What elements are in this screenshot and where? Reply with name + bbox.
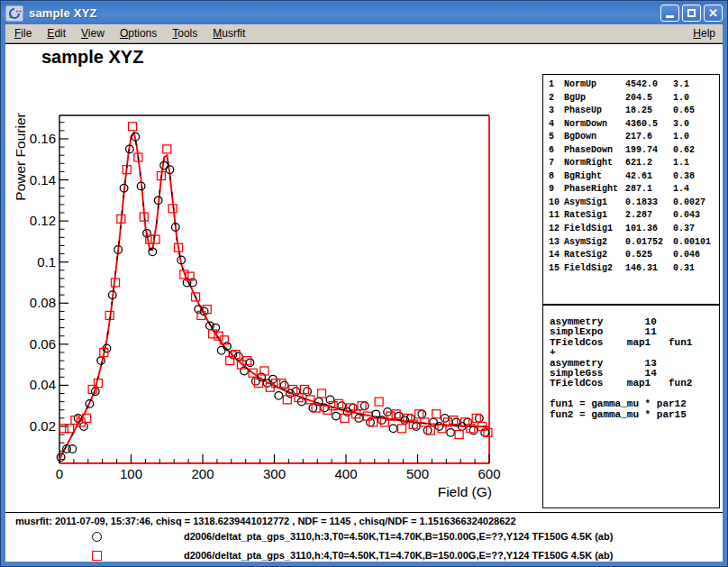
param-row: 14RateSig20.5250.046: [543, 249, 719, 262]
data-point-square: [129, 123, 137, 131]
svg-text:++: ++: [15, 8, 22, 14]
theory-line: fun1 = gamma_mu * par12: [550, 399, 719, 409]
data-point-circle: [280, 381, 288, 389]
data-point-square: [66, 425, 74, 433]
window-title: sample XYZ: [29, 6, 655, 20]
close-button[interactable]: ✕: [704, 5, 723, 22]
param-row: 6PhaseDown199.740.62: [543, 144, 719, 158]
data-point-circle: [338, 402, 346, 410]
window-controls: ✕: [660, 5, 723, 22]
menu-item-musrfit[interactable]: Musrfit: [207, 25, 250, 41]
app-icon[interactable]: ++: [5, 5, 23, 22]
data-point-square: [163, 145, 171, 153]
data-point-circle: [389, 425, 397, 433]
data-point-square: [375, 398, 383, 406]
x-tick-label: 0: [56, 466, 63, 481]
legend-marker-square: [92, 551, 102, 561]
data-point-square: [59, 425, 68, 433]
param-row: 7NormRight621.21.1: [543, 157, 719, 170]
data-point-circle: [275, 392, 283, 400]
data-point-circle: [326, 396, 334, 404]
data-point-circle: [423, 426, 432, 434]
param-row: 2BgUp204.51.0: [543, 92, 719, 105]
plot-area[interactable]: 01002003004005006000.020.040.060.080.10.…: [5, 44, 510, 512]
menu-item-options[interactable]: Options: [114, 25, 162, 41]
param-row: 5BgDown217.61.0: [543, 131, 719, 144]
y-tick-label: 0.08: [30, 295, 56, 310]
data-point-square: [455, 431, 463, 439]
data-point-circle: [413, 423, 421, 431]
param-row: 1NormUp4542.03.1: [543, 78, 719, 92]
param-row: 11RateSig12.2870.043: [543, 209, 719, 223]
close-icon: ✕: [708, 7, 718, 19]
y-tick-label: 0.12: [30, 213, 56, 228]
y-tick-label: 0.1: [37, 254, 56, 270]
menu-item-file[interactable]: File: [9, 25, 37, 41]
param-row: 10AsymSig10.18330.0027: [543, 197, 719, 210]
y-axis-title: Power Fourier: [13, 113, 28, 200]
data-point-circle: [481, 429, 489, 437]
maximize-icon: [687, 9, 696, 17]
y-tick-label: 0.16: [30, 131, 56, 146]
x-tick-label: 500: [406, 466, 429, 481]
minimize-icon: [666, 15, 674, 18]
root-canvas[interactable]: sample XYZ 01002003004005006000.020.040.…: [5, 43, 723, 512]
theory-line: TFieldCos map1 fun1: [550, 338, 719, 348]
param-row: 4NormDown4360.53.0: [543, 118, 719, 132]
titlebar[interactable]: ++ sample XYZ ✕: [2, 2, 726, 24]
data-point-circle: [246, 359, 254, 367]
series-squares: [59, 123, 492, 439]
data-point-circle: [447, 429, 455, 437]
theory-line: TFieldCos map1 fun2: [550, 379, 719, 389]
legend-label: d2006/deltat_pta_gps_3110,h:4,T0=4.50K,T…: [184, 546, 613, 564]
fit-status-text: musrfit: 2011-07-09, 15:37:46, chisq = 1…: [15, 516, 516, 526]
legend-label: d2006/deltat_pta_gps_3110,h:3,T0=4.50K,T…: [184, 527, 613, 545]
maximize-button[interactable]: [682, 5, 701, 22]
x-tick-label: 100: [120, 466, 142, 481]
y-tick-label: 0.14: [30, 172, 56, 187]
x-tick-label: 400: [334, 466, 357, 481]
x-tick-label: 600: [478, 466, 500, 481]
menu-item-tools[interactable]: Tools: [167, 25, 203, 41]
theory-line: fun2 = gamma_mu * par15: [550, 410, 719, 420]
legend-row: d2006/deltat_pta_gps_3110,h:4,T0=4.50K,T…: [5, 546, 723, 564]
param-row: 8BgRight42.610.38: [543, 170, 719, 184]
data-point-circle: [332, 412, 341, 420]
y-tick-label: 0.06: [30, 336, 56, 352]
data-point-circle: [360, 402, 369, 410]
data-point-circle: [217, 346, 225, 354]
minimize-button[interactable]: [660, 5, 679, 22]
param-row: 9PhaseRight287.11.4: [543, 183, 719, 197]
data-point-square: [151, 235, 159, 243]
data-point-circle: [418, 410, 426, 418]
x-tick-label: 200: [191, 466, 214, 481]
fit-line-dashed-overlay: [59, 133, 489, 463]
x-axis-title: Field (G): [438, 484, 492, 499]
param-row: 12FieldSig1101.360.37: [543, 223, 719, 236]
x-tick-label: 300: [263, 466, 286, 481]
data-point-square: [318, 389, 326, 398]
info-bar: musrfit: 2011-07-09, 15:37:46, chisq = 1…: [5, 512, 723, 562]
data-point-square: [432, 410, 441, 418]
menu-item-edit[interactable]: Edit: [41, 25, 71, 41]
fit-line: [59, 133, 489, 463]
data-point-circle: [309, 404, 317, 412]
root-logo-icon: ++: [7, 7, 22, 20]
data-point-circle: [350, 404, 358, 412]
data-point-circle: [367, 418, 375, 426]
data-point-circle: [476, 415, 484, 423]
menubar: FileEditViewOptionsToolsMusrfitHelp: [5, 24, 723, 43]
param-row: 15FieldSig2146.310.31: [543, 262, 719, 276]
data-point-square: [398, 425, 406, 433]
series-circles: [57, 133, 488, 461]
param-row: 3PhaseUp18.250.65: [543, 105, 719, 118]
menu-item-view[interactable]: View: [76, 25, 110, 41]
y-tick-label: 0.04: [30, 377, 56, 392]
param-row: 13AsymSig20.017520.00101: [543, 236, 719, 250]
data-point-circle: [304, 388, 312, 396]
data-point-circle: [68, 445, 77, 453]
menu-item-help[interactable]: Help: [687, 25, 721, 41]
app-window: ++ sample XYZ ✕ FileEditViewOptionsTools…: [0, 0, 728, 567]
legend-marker-circle: [92, 532, 102, 542]
y-tick-label: 0.02: [30, 418, 56, 434]
